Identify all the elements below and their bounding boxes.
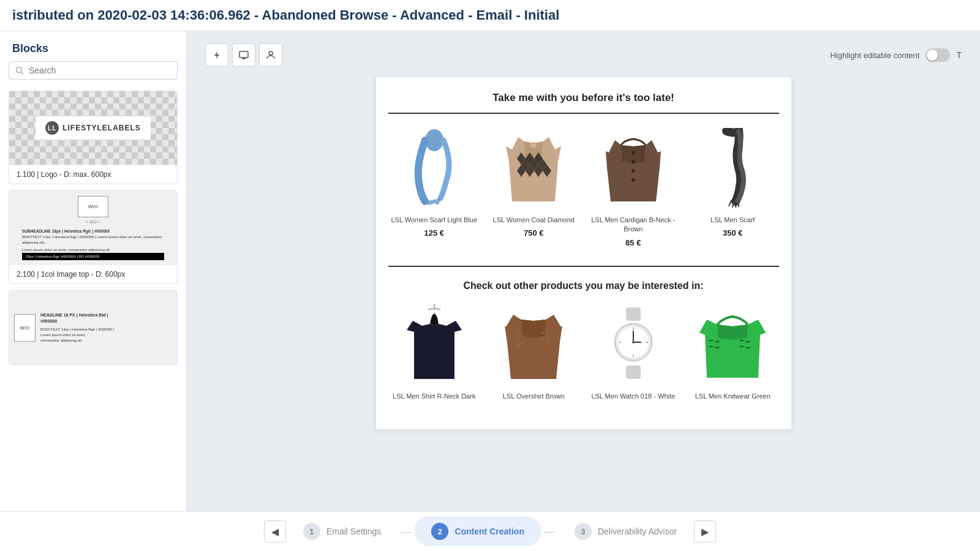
lightning-button[interactable] [205,43,228,67]
block-card-logo[interactable]: LL LIFESTYLELABELS 1.100 | Logo - D: max… [9,91,178,184]
product-img-wrap-3 [693,125,772,211]
product-name-7: LSL Men Knitwear Green [695,392,771,401]
content-area: Highlight editable content T Take me wit… [187,31,980,551]
desktop-button[interactable] [232,43,255,67]
product-name-2: LSL Men Cardigan B-Neck - Brown [587,216,680,234]
svg-rect-3 [239,51,248,58]
nav-connector-1: — [398,525,414,538]
lifestyle-label: LIFESTYLELABELS [62,124,141,132]
svg-point-30 [517,338,519,340]
sidebar: Blocks LL LIFESTYLELABELS 1 [0,31,187,551]
person-button[interactable] [259,43,282,67]
product-img-watch [603,304,664,384]
product-img-cardigan [600,128,667,208]
search-icon [15,66,24,75]
product-item-5: LSL Overshirt Brown [488,301,580,405]
product-img-wrap-7 [693,301,772,387]
nav-steps: 1 Email Settings — 2 Content Creation — … [286,517,694,546]
product-item-4: LSL Men Shirt R-Neck Dark [388,301,481,405]
nav-next-button[interactable]: ▶ [694,520,716,542]
header-title: istributed on 2020-02-03 14:36:06.962 - … [12,7,559,23]
toolbar-left [205,43,282,67]
email-section-1: Take me with you before it's too late! [376,77,791,266]
product-img-shirt-black [401,302,468,385]
highlight-label: Highlight editable content [830,51,919,60]
product-img-wrap-0 [394,125,474,211]
svg-point-29 [522,335,524,337]
product-item-0: LSL Women Scarf Light Blue 125 € [388,125,481,247]
product-item-3: LSL Men Scarf 350 € [687,125,779,247]
email-divider [388,266,779,267]
product-item-2: LSL Men Cardigan B-Neck - Brown 85 € [587,125,680,247]
products-grid-2: LSL Men Shirt R-Neck Dark [388,301,779,405]
block-card-1col[interactable]: W/O SUBHEADLINE 18px | Helvetica Rgir | … [9,190,178,284]
product-name-1: LSL Women Coat Diamond [493,216,575,225]
svg-point-22 [631,178,635,182]
svg-point-18 [530,142,537,148]
product-img-overshirt [500,302,567,385]
email-preview: Take me with you before it's too late! [375,77,792,430]
product-img-scarf-blue [404,128,465,208]
svg-rect-37 [626,307,641,321]
product-price-0: 125 € [424,228,444,238]
block-preview-2col: W/O HEADLINE 18 PX | Helvetica Bld |#000… [9,291,177,364]
nav-step-2-label: Content Creation [454,527,524,536]
product-name-0: LSL Women Scarf Light Blue [391,216,477,225]
desktop-icon [239,50,249,60]
svg-rect-38 [626,365,641,379]
svg-point-6 [269,51,273,55]
search-input[interactable] [29,66,171,75]
svg-point-31 [522,341,524,343]
lightning-icon [212,50,222,60]
svg-point-20 [631,160,635,163]
sidebar-title: Blocks [0,31,186,61]
nav-step-1[interactable]: 1 Email Settings [286,517,398,546]
blocks-list: LL LIFESTYLELABELS 1.100 | Logo - D: max… [0,87,186,551]
product-name-6: LSL Men Watch 018 - White [591,392,675,401]
product-img-coat [500,128,567,208]
block-preview-logo: LL LIFESTYLELABELS [9,91,177,165]
toolbar-right: Highlight editable content T [830,48,962,62]
product-name-3: LSL Men Scarf [710,216,755,225]
svg-point-35 [541,338,544,340]
svg-point-28 [517,332,519,334]
email-section1-title: Take me with you before it's too late! [388,92,779,114]
product-price-3: 350 € [723,228,743,238]
nav-connector-2: — [541,525,557,538]
nav-step-2-num: 2 [431,523,448,540]
product-img-wrap-5 [494,301,573,387]
block-card-label-1: 1.100 | Logo - D: max. 600px [9,165,177,184]
preview-img-3: W/O [14,314,36,342]
lifestyle-logo-icon: LL [45,121,59,135]
toolbar-row: Highlight editable content T [199,43,968,67]
highlight-toggle[interactable] [925,48,950,62]
product-price-1: 750 € [524,228,544,238]
email-section-2: LSL Men Shirt R-Neck Dark [376,301,791,429]
svg-point-33 [541,332,544,334]
svg-marker-2 [214,51,219,59]
product-item-6: LSL Men Watch 018 - White [587,301,680,405]
nav-prev-button[interactable]: ◀ [264,520,286,542]
svg-point-21 [631,169,635,173]
email-section2-title: Check out other products you may be inte… [376,273,791,301]
nav-step-3-num: 3 [575,523,592,540]
svg-point-19 [631,151,635,154]
preview-btn: 18px | Helvetica Rgir |#000000 | BG #000… [22,253,164,260]
svg-line-23 [729,200,731,206]
main-area: Blocks LL LIFESTYLELABELS 1 [0,31,980,551]
nav-step-3[interactable]: 3 Deliverability Advisor [557,517,694,546]
toolbar-extra-btn[interactable]: T [956,50,962,60]
product-item-1: LSL Women Coat Diamond 750 € [488,125,580,247]
svg-point-34 [546,335,549,337]
product-price-2: 85 € [625,238,641,247]
svg-line-1 [21,72,24,75]
svg-line-25 [736,201,736,208]
nav-step-2[interactable]: 2 Content Creation [414,517,541,546]
preview-text: SUBHEADLINE 18px | Helvetica Rgir | #000… [22,228,164,253]
block-preview-1col: W/O SUBHEADLINE 18px | Helvetica Rgir | … [9,191,177,264]
block-card-2col[interactable]: W/O HEADLINE 18 PX | Helvetica Bld |#000… [9,290,178,365]
svg-point-32 [517,344,519,347]
preview-text-3: HEADLINE 18 PX | Helvetica Bld |#000000 … [40,312,115,343]
svg-point-43 [632,341,635,343]
search-box[interactable] [9,61,178,80]
